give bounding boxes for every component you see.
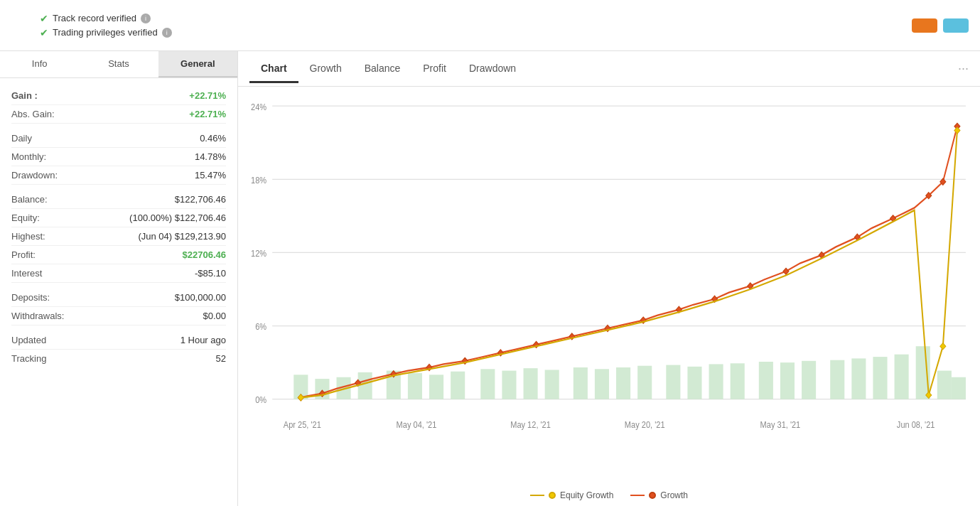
stat-value: +22.71%: [189, 109, 226, 119]
chart-tabs: Chart Growth Balance Profit Drawdown ···: [238, 51, 980, 87]
stat-label: Daily: [11, 133, 32, 144]
stat-value: $0.00: [203, 311, 226, 321]
svg-text:Apr 25, '21: Apr 25, '21: [284, 419, 321, 430]
svg-rect-26: [524, 368, 538, 399]
stat-label: Balance:: [11, 194, 48, 205]
chart-tab-profit[interactable]: Profit: [411, 55, 458, 83]
svg-rect-33: [687, 367, 701, 399]
stat-row: Abs. Gain:+22.71%: [11, 105, 226, 124]
chart-area: Chart Growth Balance Profit Drawdown ···…: [238, 51, 980, 506]
stat-value: $122,706.46: [175, 194, 226, 205]
chart-legend: Equity Growth Growth: [238, 485, 980, 506]
trading-privileges-info-icon[interactable]: i: [162, 28, 172, 38]
legend-equity-growth: Equity Growth: [530, 490, 613, 500]
chart-tab-balance[interactable]: Balance: [353, 55, 412, 83]
sidebar-tab-stats[interactable]: Stats: [79, 51, 158, 77]
svg-rect-39: [830, 360, 844, 399]
check-icon-2: ✔: [40, 27, 48, 38]
stat-row: Highest:(Jun 04) $129,213.90: [11, 227, 226, 246]
copy-button[interactable]: [943, 18, 969, 33]
svg-text:May 31, '21: May 31, '21: [760, 419, 801, 430]
svg-text:May 12, '21: May 12, '21: [510, 419, 551, 430]
stat-row: Daily0.46%: [11, 129, 226, 148]
equity-growth-line: [301, 131, 957, 398]
svg-rect-37: [780, 362, 795, 399]
svg-rect-31: [637, 366, 652, 399]
svg-rect-23: [451, 372, 465, 399]
stat-row: Profit:$22706.46: [11, 246, 226, 264]
sidebar-tab-general[interactable]: General: [158, 51, 237, 77]
stat-row: Withdrawals:$0.00: [11, 307, 226, 325]
stat-label: Interest: [11, 268, 42, 279]
svg-text:Jun 08, '21: Jun 08, '21: [897, 419, 935, 430]
stat-value: $22706.46: [183, 249, 226, 260]
legend-growth-label: Growth: [660, 490, 688, 500]
svg-rect-22: [429, 375, 443, 399]
legend-dot-yellow: [549, 492, 556, 499]
trading-privileges-verification: ✔ Trading privileges verified i: [40, 27, 912, 38]
chart-tab-chart[interactable]: Chart: [249, 55, 298, 83]
stat-label: Updated: [11, 335, 46, 345]
svg-rect-40: [851, 358, 866, 399]
stat-label: Highest:: [11, 231, 45, 242]
track-record-text: Track record verified: [53, 13, 136, 23]
chart-container: 24% 18% 12% 6% 0% Apr 25, '21 May 04, '2…: [238, 87, 980, 485]
main-chart-svg: 24% 18% 12% 6% 0% Apr 25, '21 May 04, '2…: [245, 94, 973, 485]
stat-value: (Jun 04) $129,213.90: [138, 231, 226, 242]
chart-options-button[interactable]: ···: [958, 61, 969, 76]
svg-text:24%: 24%: [251, 102, 267, 112]
sidebar-tab-info[interactable]: Info: [0, 51, 79, 77]
svg-text:12%: 12%: [251, 248, 267, 259]
stat-row: Gain :+22.71%: [11, 87, 226, 105]
svg-rect-27: [545, 370, 559, 399]
stat-label: Monthly:: [11, 151, 46, 162]
svg-rect-45: [952, 377, 966, 399]
stat-label: Deposits:: [11, 292, 50, 303]
svg-rect-19: [358, 372, 372, 399]
stat-value: 0.46%: [200, 133, 226, 144]
svg-rect-42: [895, 355, 909, 399]
svg-rect-21: [408, 373, 422, 399]
svg-text:18%: 18%: [251, 175, 267, 185]
chart-tab-drawdown[interactable]: Drawdown: [458, 55, 527, 83]
stat-row: Interest-$85.10: [11, 264, 226, 283]
legend-dot-red: [649, 492, 656, 499]
stat-label: Withdrawals:: [11, 311, 64, 321]
svg-rect-35: [731, 363, 745, 399]
header: ✔ Track record verified i ✔ Trading priv…: [0, 0, 980, 51]
stat-value: +22.71%: [189, 90, 226, 101]
svg-rect-44: [937, 371, 952, 399]
track-record-info-icon[interactable]: i: [141, 14, 151, 23]
track-record-verification: ✔ Track record verified i: [40, 13, 912, 24]
stat-label: Drawdown:: [11, 170, 58, 181]
sidebar-content: Gain :+22.71%Abs. Gain:+22.71%Daily0.46%…: [0, 78, 237, 506]
stat-value: 15.47%: [195, 170, 226, 181]
stat-label: Equity:: [11, 212, 40, 223]
stat-value: (100.00%) $122,706.46: [129, 212, 226, 223]
svg-text:6%: 6%: [255, 322, 266, 333]
stat-label: Abs. Gain:: [11, 109, 55, 119]
svg-rect-38: [802, 361, 816, 399]
check-icon: ✔: [40, 13, 48, 24]
svg-rect-36: [759, 362, 773, 399]
stat-row: Monthly:14.78%: [11, 148, 226, 166]
stat-value: 52: [216, 353, 226, 364]
stat-value: 14.78%: [195, 151, 226, 162]
legend-line-yellow: [530, 495, 544, 496]
stat-value: -$85.10: [195, 268, 226, 279]
svg-text:0%: 0%: [255, 395, 266, 406]
stat-row: Tracking52: [11, 350, 226, 367]
stat-value: 1 Hour ago: [181, 335, 226, 345]
svg-rect-30: [616, 367, 630, 399]
chart-tab-growth[interactable]: Growth: [298, 55, 353, 83]
trading-privileges-text: Trading privileges verified: [53, 27, 158, 38]
sidebar: Info Stats General Gain :+22.71%Abs. Gai…: [0, 51, 238, 506]
stat-row: Equity:(100.00%) $122,706.46: [11, 209, 226, 227]
svg-rect-28: [574, 367, 588, 399]
svg-rect-24: [480, 369, 495, 399]
svg-text:May 20, '21: May 20, '21: [625, 419, 665, 430]
stat-value: $100,000.00: [175, 292, 226, 303]
legend-growth: Growth: [630, 490, 688, 500]
discuss-button[interactable]: [912, 18, 937, 33]
svg-rect-41: [873, 357, 887, 399]
